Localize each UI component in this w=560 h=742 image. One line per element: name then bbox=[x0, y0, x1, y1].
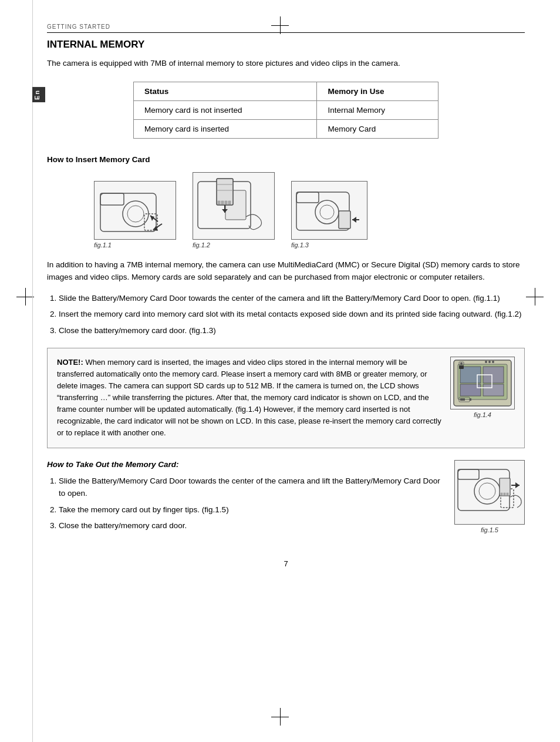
figure-1-1-img bbox=[94, 181, 176, 240]
svg-rect-0 bbox=[100, 193, 156, 231]
fig4-label: fig.1.4 bbox=[474, 411, 491, 418]
insert-step-1: Slide the Battery/Memory Card Door towar… bbox=[59, 292, 525, 305]
figure-1-2: fig.1.2 bbox=[193, 172, 275, 249]
svg-rect-40 bbox=[470, 398, 471, 401]
svg-marker-53 bbox=[515, 482, 519, 488]
table-row-1: Memory card is not inserted Internal Mem… bbox=[134, 100, 438, 119]
insert-step-3: Close the battery/memory card door. (fig… bbox=[59, 324, 525, 337]
table-col2-header: Memory in Use bbox=[317, 82, 438, 100]
crosshair-top bbox=[271, 16, 289, 34]
insert-steps-list: Slide the Battery/Memory Card Door towar… bbox=[59, 292, 525, 337]
fig3-label: fig.1.3 bbox=[291, 241, 309, 249]
svg-point-22 bbox=[315, 200, 339, 224]
takeout-section: How to Take Out the Memory Card: Slide t… bbox=[47, 460, 525, 543]
figures-row: fig.1.1 bbox=[94, 172, 525, 249]
svg-rect-50 bbox=[504, 493, 505, 495]
svg-rect-33 bbox=[459, 365, 464, 369]
note-text-area: NOTE!: When memory card is inserted, the… bbox=[57, 357, 442, 439]
table-col1-header: Status bbox=[134, 82, 317, 100]
insert-step-2: Insert the memory card into memory card … bbox=[59, 308, 525, 321]
svg-rect-44 bbox=[458, 469, 479, 479]
takeout-steps-list: Slide the Battery/Memory Card Door towar… bbox=[59, 475, 443, 532]
note-body-text: When memory card is inserted, the images… bbox=[57, 358, 441, 438]
note-figure: fig.1.4 bbox=[450, 357, 515, 418]
crosshair-mid-left bbox=[16, 288, 34, 305]
svg-rect-24 bbox=[339, 211, 350, 229]
takeout-step-1: Slide the Battery/Memory Card Door towar… bbox=[59, 475, 443, 500]
en-tab: En bbox=[32, 87, 45, 102]
fig5-img bbox=[454, 460, 525, 525]
svg-rect-16 bbox=[225, 201, 227, 204]
fig5-label: fig.1.5 bbox=[481, 526, 498, 533]
figure-1-3-img bbox=[291, 181, 367, 240]
table-row2-col1: Memory card is inserted bbox=[134, 119, 317, 138]
svg-point-34 bbox=[485, 361, 487, 363]
fig1-label: fig.1.1 bbox=[94, 241, 112, 249]
svg-rect-32 bbox=[483, 384, 504, 396]
intro-text: The camera is equipped with 7MB of inter… bbox=[47, 58, 525, 70]
fig2-label: fig.1.2 bbox=[193, 241, 210, 249]
svg-rect-17 bbox=[228, 201, 231, 204]
fig4-img bbox=[450, 357, 515, 409]
left-margin-line bbox=[32, 0, 33, 742]
svg-rect-49 bbox=[501, 493, 502, 495]
note-box: NOTE!: When memory card is inserted, the… bbox=[47, 348, 525, 448]
svg-point-3 bbox=[127, 206, 144, 222]
figure-1-1: fig.1.1 bbox=[94, 181, 176, 249]
table-row1-col1: Memory card is not inserted bbox=[134, 100, 317, 119]
body-text: In addition to having a 7MB internal mem… bbox=[47, 259, 525, 284]
takeout-text: How to Take Out the Memory Card: Slide t… bbox=[47, 460, 443, 543]
svg-point-35 bbox=[488, 361, 491, 363]
svg-point-46 bbox=[479, 483, 495, 499]
crosshair-bottom bbox=[271, 708, 289, 726]
svg-point-36 bbox=[492, 361, 494, 363]
svg-marker-26 bbox=[352, 217, 356, 223]
takeout-title: How to Take Out the Memory Card: bbox=[47, 460, 443, 469]
svg-rect-15 bbox=[221, 201, 224, 204]
figure-1-3: fig.1.3 bbox=[291, 181, 367, 249]
table-row2-col2: Memory Card bbox=[317, 119, 438, 138]
svg-point-45 bbox=[474, 478, 500, 504]
table-row-2: Memory card is inserted Memory Card bbox=[134, 119, 438, 138]
takeout-step-3: Close the battery/memory card door. bbox=[59, 519, 443, 532]
memory-table: Status Memory in Use Memory card is not … bbox=[133, 82, 438, 139]
page-number: 7 bbox=[47, 559, 525, 568]
table-row1-col2: Internal Memory bbox=[317, 100, 438, 119]
svg-rect-51 bbox=[507, 493, 508, 495]
crosshair-mid-right bbox=[526, 288, 544, 305]
fig5-figure: fig.1.5 bbox=[454, 460, 525, 533]
how-to-insert-title: How to Insert Memory Card bbox=[47, 155, 525, 164]
svg-rect-21 bbox=[296, 192, 319, 203]
figure-1-2-img bbox=[193, 172, 275, 240]
svg-rect-1 bbox=[100, 193, 124, 205]
svg-point-2 bbox=[123, 201, 149, 227]
svg-point-38 bbox=[460, 362, 463, 365]
svg-rect-41 bbox=[460, 398, 465, 401]
svg-rect-14 bbox=[218, 201, 220, 204]
svg-point-23 bbox=[320, 205, 334, 219]
section-title: INTERNAL MEMORY bbox=[47, 39, 525, 51]
note-bold-label: NOTE!: bbox=[57, 358, 83, 367]
takeout-step-2: Take the memory card out by finger tips.… bbox=[59, 503, 443, 516]
